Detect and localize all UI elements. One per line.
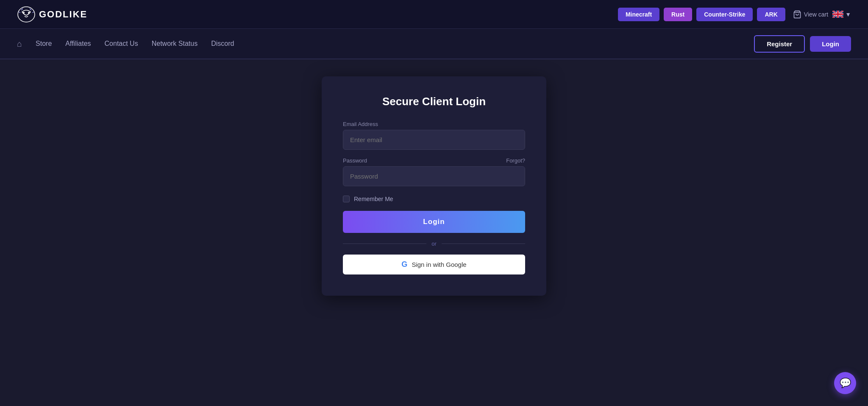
divider-row: or bbox=[343, 241, 525, 247]
lang-selector[interactable]: ▼ bbox=[832, 11, 851, 18]
logo-icon bbox=[17, 5, 36, 24]
logo-area[interactable]: GODLIKE bbox=[17, 5, 87, 24]
cart-area[interactable]: View cart bbox=[793, 10, 828, 19]
login-nav-button[interactable]: Login bbox=[810, 36, 851, 52]
nav-store[interactable]: Store bbox=[36, 40, 52, 48]
login-title: Secure Client Login bbox=[343, 95, 525, 108]
password-label: Password bbox=[343, 157, 367, 164]
nav-network[interactable]: Network Status bbox=[152, 40, 198, 48]
forgot-link[interactable]: Forgot? bbox=[506, 157, 525, 164]
home-icon[interactable]: ⌂ bbox=[17, 39, 22, 49]
rust-btn[interactable]: Rust bbox=[664, 8, 692, 21]
main-content: Secure Client Login Email Address Passwo… bbox=[0, 59, 868, 406]
password-input[interactable] bbox=[343, 166, 525, 186]
google-g-icon: G bbox=[401, 260, 407, 269]
divider-text: or bbox=[431, 241, 437, 247]
top-bar: GODLIKE Minecraft Rust Counter-Strike AR… bbox=[0, 0, 868, 29]
chat-icon: 💬 bbox=[840, 378, 851, 389]
remember-row: Remember Me bbox=[343, 196, 525, 202]
nav-right: Register Login bbox=[754, 35, 851, 53]
lang-label: ▼ bbox=[845, 11, 851, 18]
cart-icon bbox=[793, 10, 801, 19]
google-signin-label: Sign in with Google bbox=[412, 261, 466, 268]
email-input[interactable] bbox=[343, 130, 525, 150]
password-row: Password Forgot? bbox=[343, 157, 525, 164]
login-card: Secure Client Login Email Address Passwo… bbox=[322, 76, 546, 296]
nav-discord[interactable]: Discord bbox=[211, 40, 234, 48]
chat-bubble[interactable]: 💬 bbox=[834, 372, 856, 394]
svg-point-0 bbox=[18, 7, 35, 22]
svg-point-2 bbox=[28, 12, 30, 14]
counterstrike-btn[interactable]: Counter-Strike bbox=[696, 8, 753, 21]
top-bar-right: Minecraft Rust Counter-Strike ARK View c… bbox=[618, 8, 851, 21]
nav-left: ⌂ Store Affiliates Contact Us Network St… bbox=[17, 39, 234, 49]
remember-checkbox[interactable] bbox=[343, 196, 350, 202]
divider-left bbox=[343, 244, 426, 244]
flag-icon bbox=[832, 11, 843, 18]
nav-contact[interactable]: Contact Us bbox=[105, 40, 138, 48]
divider-right bbox=[442, 244, 525, 244]
remember-label: Remember Me bbox=[354, 196, 393, 202]
nav-bar: ⌂ Store Affiliates Contact Us Network St… bbox=[0, 29, 868, 59]
register-button[interactable]: Register bbox=[754, 35, 805, 53]
ark-btn[interactable]: ARK bbox=[757, 8, 785, 21]
email-label: Email Address bbox=[343, 121, 525, 127]
svg-point-1 bbox=[23, 12, 25, 14]
nav-affiliates[interactable]: Affiliates bbox=[65, 40, 91, 48]
minecraft-btn[interactable]: Minecraft bbox=[618, 8, 659, 21]
login-button[interactable]: Login bbox=[343, 211, 525, 233]
cart-label: View cart bbox=[804, 11, 828, 18]
google-signin-button[interactable]: G Sign in with Google bbox=[343, 255, 525, 274]
logo-text: GODLIKE bbox=[39, 9, 87, 20]
